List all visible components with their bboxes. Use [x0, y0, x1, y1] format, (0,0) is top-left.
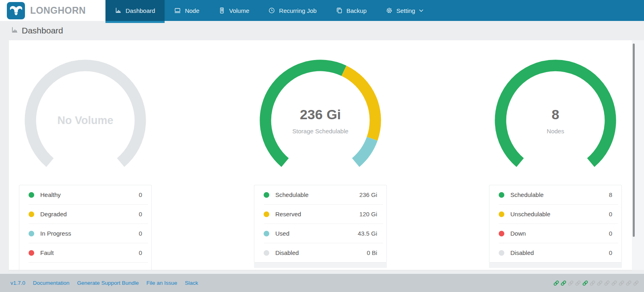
charts-row: No Volume Healthy 0 Degraded 0 [9, 40, 632, 270]
status-dot [264, 250, 269, 256]
volume-gauge-value: No Volume [57, 114, 113, 127]
legend-row-reserved: Reserved 120 Gi [254, 205, 386, 224]
legend-value: 43.5 Gi [358, 230, 377, 237]
legend-value: 0 Bi [367, 249, 377, 256]
footer-link-file-an-issue[interactable]: File an Issue [147, 280, 178, 286]
storage-gauge: 236 Gi Storage Schedulable [258, 58, 383, 183]
link-icon [625, 280, 632, 286]
legend-row-degraded: Degraded 0 [19, 205, 151, 224]
legend-value: 8 [609, 191, 612, 198]
chevron-down-icon [419, 9, 423, 12]
nav-label: Backup [347, 7, 367, 14]
setting-icon [386, 7, 392, 14]
legend-row-schedulable: Schedulable 236 Gi [254, 185, 386, 204]
nav-tab-setting[interactable]: Setting [376, 0, 433, 21]
legend-value: 0 [139, 211, 142, 217]
status-dot [29, 192, 34, 198]
nav-label: Setting [396, 7, 415, 14]
brand-logo[interactable]: LONGHORN [0, 0, 105, 21]
nav-tab-node[interactable]: Node [165, 0, 209, 21]
legend-value: 120 Gi [359, 211, 377, 217]
nav-tab-recurring-job[interactable]: Recurring Job [259, 0, 326, 21]
legend-label: Fault [40, 249, 133, 256]
status-dot [499, 250, 504, 256]
legend-label: Unschedulable [510, 211, 603, 217]
status-dot [499, 231, 504, 236]
legend-value: 0 [139, 230, 142, 237]
nav-tab-backup[interactable]: Backup [326, 0, 376, 21]
status-dot [499, 192, 504, 198]
legend-row-unschedulable: Unschedulable 0 [489, 205, 621, 224]
legend-label: Disabled [510, 249, 603, 256]
legend-row-schedulable: Schedulable 8 [489, 185, 621, 204]
link-icon [633, 280, 639, 286]
footer-link-documentation[interactable]: Documentation [33, 280, 70, 286]
card-tail [489, 263, 622, 268]
legend-row-disabled: Disabled 0 [489, 243, 621, 262]
status-dot [264, 231, 269, 236]
nodes-legend-card: Schedulable 8 Unschedulable 0 Down 0 [489, 185, 622, 263]
longhorn-bull-icon [7, 2, 25, 19]
nodes-gauge-label: Nodes [547, 128, 564, 135]
top-navbar: LONGHORN Dashboard Node [0, 0, 644, 21]
nodes-gauge-value: 8 [552, 107, 559, 122]
legend-stub [19, 263, 151, 270]
legend-label: Schedulable [275, 191, 353, 198]
nav-tab-dashboard[interactable]: Dashboard [105, 0, 165, 21]
status-dot [29, 211, 34, 217]
dashboard-panel: No Volume Healthy 0 Degraded 0 [9, 40, 632, 270]
status-dot [264, 192, 269, 198]
link-icon [618, 280, 625, 286]
main-nav: Dashboard Node Volume [105, 0, 433, 21]
legend-row-down: Down 0 [489, 224, 621, 243]
legend-label: Disabled [275, 249, 361, 256]
legend-row-healthy: Healthy 0 [19, 185, 151, 204]
volume-chart-column: No Volume Healthy 0 Degraded 0 [13, 58, 158, 270]
storage-gauge-label: Storage Schedulable [292, 128, 348, 135]
nav-tab-volume[interactable]: Volume [209, 0, 259, 21]
legend-label: Schedulable [510, 191, 603, 198]
scrollbar-thumb[interactable] [633, 43, 635, 237]
nav-label: Volume [229, 7, 249, 14]
status-dot [29, 250, 34, 256]
card-tail [254, 263, 387, 268]
link-icon [560, 280, 567, 286]
brand-name: LONGHORN [30, 5, 86, 16]
legend-value: 0 [609, 230, 612, 237]
legend-label: Degraded [40, 211, 133, 217]
legend-row-disabled: Disabled 0 Bi [254, 243, 386, 262]
legend-row-fault: Fault 0 [19, 243, 151, 262]
link-icon [611, 280, 617, 286]
footer-link-generate-support-bundle[interactable]: Generate Support Bundle [77, 280, 139, 286]
status-dot [29, 231, 34, 236]
scrollbar-track [632, 40, 644, 270]
nav-label: Dashboard [126, 7, 155, 14]
legend-value: 236 Gi [359, 191, 377, 198]
footer: v1.7.0 Documentation Generate Support Bu… [0, 274, 644, 292]
legend-value: 0 [139, 191, 142, 198]
page-title: Dashboard [22, 26, 63, 35]
node-link-status-icons [553, 280, 639, 286]
link-icon [604, 280, 610, 286]
legend-value: 0 [609, 249, 612, 256]
storage-gauge-value: 236 Gi [300, 107, 341, 122]
nodes-chart-column: 8 Nodes Schedulable 8 Unschedulable 0 [483, 58, 628, 270]
node-icon [174, 7, 181, 14]
nav-label: Node [185, 7, 199, 14]
legend-label: Reserved [275, 211, 353, 217]
recurring-job-icon [268, 7, 275, 14]
legend-label: Used [275, 230, 352, 237]
link-icon [568, 280, 574, 286]
footer-link-slack[interactable]: Slack [185, 280, 198, 286]
volume-legend-card: Healthy 0 Degraded 0 In Progress 0 [19, 185, 152, 270]
legend-row-in-progress: In Progress 0 [19, 224, 151, 243]
volume-icon [219, 7, 225, 14]
bar-chart-icon [11, 27, 18, 35]
legend-row-used: Used 43.5 Gi [254, 224, 386, 243]
dashboard-icon [115, 7, 122, 14]
version-label: v1.7.0 [10, 280, 25, 286]
link-icon [589, 280, 596, 286]
legend-label: Healthy [40, 191, 133, 198]
storage-legend-card: Schedulable 236 Gi Reserved 120 Gi Used … [254, 185, 387, 263]
nav-label: Recurring Job [279, 7, 316, 14]
